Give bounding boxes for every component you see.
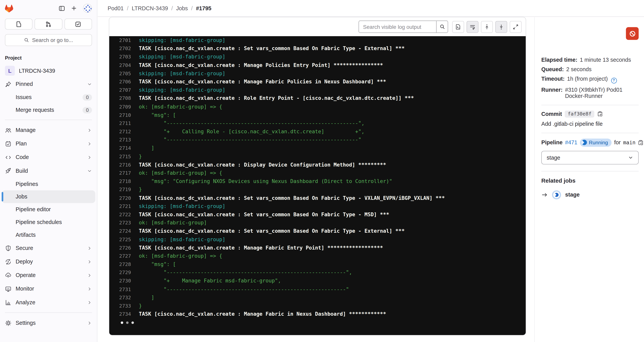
copy-commit-icon[interactable] (597, 111, 603, 117)
fileLog-icon (455, 24, 461, 30)
chevron-right-icon (87, 320, 92, 325)
log-line-text: skipping: [msd-fabric-group] (139, 236, 226, 244)
sidebar-item-secure[interactable]: Secure (2, 241, 95, 255)
pipeline-status-badge[interactable]: Running (580, 138, 612, 147)
log-line-text: } (139, 302, 142, 310)
copy-ref-icon[interactable] (638, 140, 644, 145)
sidebar-item-code[interactable]: Code (2, 150, 95, 164)
commit-sha: faf30e8f (565, 110, 594, 118)
create-new-icon[interactable] (71, 6, 77, 11)
raw-log-button[interactable] (452, 21, 464, 33)
log-line-number[interactable]: 2717 (109, 169, 131, 177)
sidebar-item-analyze[interactable]: Analyze (2, 296, 95, 309)
breadcrumb-current: #1795 (196, 5, 212, 12)
sidebar-item-project[interactable]: L LTRDCN-3439 (2, 64, 95, 78)
scrollTop-icon (484, 24, 490, 30)
log-line-text: TASK [cisco.nac_dc_vxlan.create : Set va… (139, 194, 445, 202)
log-line-number[interactable]: 2729 (109, 268, 131, 277)
pipeline-link[interactable]: #471 (565, 139, 578, 146)
sidebar-item-jobs[interactable]: Jobs (2, 190, 95, 203)
log-line-number[interactable]: 2731 (109, 285, 131, 294)
sidebar-item-deploy[interactable]: Deploy (2, 255, 95, 268)
sidebar-item-issues[interactable]: Issues0 (2, 91, 95, 104)
log-search-button[interactable] (436, 21, 448, 32)
search-or-go-to[interactable]: Search or go to... (5, 34, 92, 46)
log-line-number[interactable]: 2718 (109, 177, 131, 186)
log-line: 2707skipping: [msd-fabric-group] (109, 86, 526, 94)
issues-shortcut[interactable] (5, 18, 32, 30)
log-line-number[interactable]: 2715 (109, 152, 131, 161)
log-line-number[interactable]: 2723 (109, 219, 131, 227)
job-status-running-icon[interactable] (552, 190, 561, 199)
log-line: 2722TASK [cisco.nac_dc_vxlan.create : Se… (109, 210, 526, 219)
breadcrumb-link[interactable]: Pod01 (108, 5, 124, 12)
wrap-lines-button[interactable] (467, 21, 479, 33)
count-badge: 0 (83, 94, 92, 100)
log-line-number[interactable]: 2728 (109, 260, 131, 268)
log-line-number[interactable]: 2709 (109, 102, 131, 111)
sidebar-item-settings[interactable]: Settings (2, 316, 95, 330)
sidebar-item-pinned[interactable]: Pinned (2, 78, 95, 91)
sidebar-item-plan[interactable]: Plan (2, 137, 95, 150)
log-line-number[interactable]: 2712 (109, 128, 131, 136)
sidebar-item-pipeline-editor[interactable]: Pipeline editor (2, 203, 95, 216)
sidebar-item-artifacts[interactable]: Artifacts (2, 229, 95, 242)
log-line-number[interactable]: 2714 (109, 144, 131, 152)
log-line-number[interactable]: 2706 (109, 78, 131, 86)
log-line-number[interactable]: 2734 (109, 310, 131, 318)
todos-shortcut[interactable] (64, 18, 92, 30)
log-line: 2724TASK [cisco.nac_dc_vxlan.create : Se… (109, 227, 526, 236)
log-line-number[interactable]: 2733 (109, 302, 131, 310)
job-detail-row: Queued:2 seconds (541, 66, 638, 72)
user-avatar[interactable] (83, 4, 92, 13)
merge-requests-shortcut[interactable] (34, 18, 62, 30)
scroll-top-button[interactable] (481, 21, 493, 33)
log-line-number[interactable]: 2724 (109, 227, 131, 236)
log-line-number[interactable]: 2732 (109, 294, 131, 302)
sidebar-toggle-icon[interactable] (59, 5, 65, 12)
related-job-row: stage (541, 190, 638, 199)
log-line-number[interactable]: 2721 (109, 202, 131, 210)
sidebar-item-build[interactable]: Build (2, 164, 95, 178)
log-line: 2701skipping: [msd-fabric-group] (109, 36, 526, 44)
log-line-number[interactable]: 2726 (109, 244, 131, 252)
fullscreen-button[interactable] (510, 21, 522, 33)
sidebar-item-monitor[interactable]: Monitor (2, 282, 95, 296)
related-job-link[interactable]: stage (565, 192, 580, 198)
log-line-number[interactable]: 2704 (109, 61, 131, 70)
log-line-number[interactable]: 2701 (109, 36, 131, 44)
log-search-input[interactable] (359, 21, 436, 32)
scroll-bottom-button[interactable] (495, 21, 507, 33)
log-line-number[interactable]: 2722 (109, 210, 131, 219)
gitlab-logo[interactable] (5, 4, 13, 12)
log-line-number[interactable]: 2730 (109, 277, 131, 285)
log-line: 2734TASK [cisco.nac_dc_vxlan.create : Ma… (109, 310, 526, 318)
stage-dropdown[interactable]: stage (541, 151, 638, 164)
log-line-number[interactable]: 2705 (109, 70, 131, 78)
sidebar-item-merge-requests[interactable]: Merge requests0 (2, 104, 95, 116)
log-line-text: TASK [cisco.nac_dc_vxlan.create : Set va… (139, 210, 389, 219)
sidebar-item-operate[interactable]: Operate (2, 268, 95, 282)
breadcrumb-link[interactable]: Jobs (176, 5, 188, 12)
log-line-number[interactable]: 2708 (109, 94, 131, 102)
log-line-number[interactable]: 2727 (109, 252, 131, 260)
log-line-number[interactable]: 2707 (109, 86, 131, 94)
breadcrumb-link[interactable]: LTRDCN-3439 (132, 5, 168, 12)
sidebar-item-pipeline-schedules[interactable]: Pipeline schedules (2, 216, 95, 229)
log-line-number[interactable]: 2711 (109, 119, 131, 128)
log-line-number[interactable]: 2716 (109, 160, 131, 169)
log-line-number[interactable]: 2719 (109, 186, 131, 194)
sidebar-item-pipelines[interactable]: Pipelines (2, 178, 95, 190)
log-line: 2718 "msg": "Configuring NXOS Devices us… (109, 177, 526, 186)
log-line-number[interactable]: 2713 (109, 136, 131, 144)
sidebar-item-manage[interactable]: Manage (2, 124, 95, 137)
commit-message[interactable]: Add .gitlab-ci pipeline file (541, 121, 638, 127)
help-icon[interactable]: ? (611, 78, 617, 83)
log-line-number[interactable]: 2702 (109, 44, 131, 53)
log-line-number[interactable]: 2725 (109, 236, 131, 244)
log-line-text: ok: [msd-fabric-group] => { (139, 169, 222, 177)
log-line-number[interactable]: 2703 (109, 53, 131, 61)
log-line-number[interactable]: 2710 (109, 111, 131, 119)
log-line-number[interactable]: 2720 (109, 194, 131, 202)
cancel-job-button[interactable] (626, 27, 639, 40)
